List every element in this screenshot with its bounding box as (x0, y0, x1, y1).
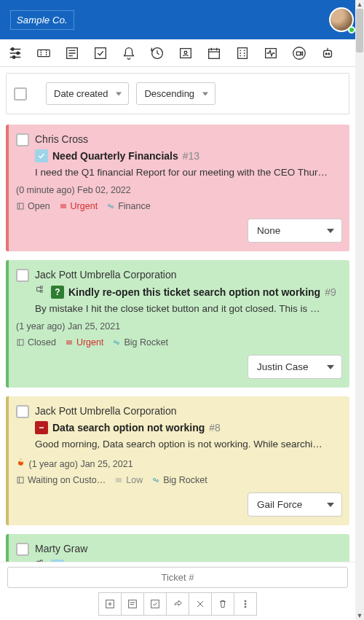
check-icon[interactable] (91, 44, 110, 63)
close-icon[interactable] (189, 592, 212, 616)
sort-controls: Date created Descending (6, 73, 349, 114)
ticket-card[interactable]: Marty GrawShipping Accounts#7Please add … (6, 534, 349, 562)
sort-direction-select[interactable]: Descending (136, 82, 215, 105)
ticket-age: (0 minute ago) (16, 185, 75, 195)
svg-rect-10 (238, 47, 248, 58)
ticket-reporter: Jack Pott Umbrella Corporation (35, 405, 342, 417)
ticket-number: #13 (183, 150, 199, 162)
history-icon[interactable] (148, 44, 167, 63)
footer-bar (0, 562, 355, 620)
ticket-checkbox[interactable] (16, 133, 29, 146)
sort-field-select[interactable]: Date created (46, 82, 129, 105)
scroll-down-arrow[interactable]: ▼ (355, 611, 364, 620)
calendar-icon[interactable] (205, 44, 223, 63)
svg-rect-22 (17, 340, 23, 345)
ticket-icon[interactable] (34, 44, 53, 63)
ticket-number: #9 (325, 286, 336, 298)
svg-rect-9 (209, 49, 220, 58)
nav-icon-bar (0, 39, 364, 67)
svg-rect-21 (40, 290, 42, 292)
ticket-subject: Kindly re-open this ticket search option… (68, 286, 320, 298)
select-all-checkbox[interactable] (14, 87, 27, 101)
svg-rect-7 (181, 48, 191, 58)
add-icon[interactable] (98, 592, 122, 616)
scroll-up-arrow[interactable]: ▲ (355, 0, 364, 9)
status-tag: Closed (16, 337, 56, 348)
ticket-date: Feb 02, 2022 (77, 185, 131, 195)
brand-logo: Sample Co. (10, 10, 74, 30)
ticket-checkbox[interactable] (16, 405, 29, 418)
ticket-list-scroll[interactable]: Date created Descending Chris CrossNeed … (0, 67, 355, 562)
vertical-scrollbar[interactable]: ▲ ▼ (355, 0, 364, 620)
ticket-checkbox[interactable] (16, 543, 29, 556)
user-avatar[interactable] (329, 7, 354, 32)
svg-point-8 (184, 51, 187, 54)
ticket-meta: (0 minute ago) Feb 02, 2022 (16, 185, 342, 195)
ticket-preview: By mistake I hit the close ticket button… (35, 303, 342, 314)
bot-icon[interactable] (318, 44, 337, 63)
ticket-date: Jan 25, 2021 (80, 459, 132, 469)
assignee-select[interactable]: None (248, 219, 342, 243)
ticket-age: (1 year ago) (28, 459, 77, 469)
ticket-age: (1 year ago) (16, 321, 65, 331)
team-tag: Finance (106, 201, 150, 211)
status-icon: ? (51, 286, 64, 299)
team-tag: Big Rocket (151, 475, 207, 485)
video-icon[interactable] (290, 44, 309, 63)
building-icon[interactable] (233, 44, 252, 63)
svg-point-34 (245, 603, 246, 605)
list-icon[interactable] (63, 44, 82, 63)
heartbeat-icon[interactable] (261, 44, 280, 63)
ticket-checkbox[interactable] (16, 269, 29, 282)
svg-point-2 (12, 55, 15, 58)
presence-dot (348, 26, 355, 34)
svg-rect-14 (324, 50, 332, 57)
ticket-tags: OpenUrgentFinance (16, 201, 342, 211)
ticket-meta: (1 year ago) Jan 25, 2021 (16, 457, 342, 469)
status-icon (35, 421, 48, 434)
ticket-number: #8 (209, 422, 221, 433)
svg-point-33 (245, 600, 246, 602)
approve-icon[interactable] (143, 592, 167, 616)
ticket-preview: Good morning, Data search option is not … (35, 439, 342, 450)
ticket-date: Jan 25, 2021 (68, 321, 120, 331)
svg-rect-3 (38, 50, 50, 56)
ticket-number-input[interactable] (7, 567, 348, 588)
svg-point-35 (245, 606, 246, 608)
svg-point-15 (325, 53, 327, 55)
svg-rect-5 (95, 47, 106, 58)
thread-icon (35, 285, 47, 299)
fire-icon (16, 459, 26, 469)
contact-icon[interactable] (176, 44, 195, 63)
priority-tag: Low (114, 475, 143, 485)
ticket-tags: ClosedUrgentBig Rocket (16, 337, 342, 348)
ticket-tags: Waiting on Custo…LowBig Rocket (16, 475, 342, 485)
svg-point-16 (328, 53, 330, 55)
ticket-meta: (1 year ago) Jan 25, 2021 (16, 321, 342, 331)
svg-rect-17 (17, 203, 23, 209)
forward-icon[interactable] (166, 592, 189, 616)
bell-icon[interactable] (119, 44, 138, 63)
more-icon[interactable] (234, 592, 257, 616)
priority-tag: Urgent (65, 337, 104, 348)
scroll-thumb[interactable] (356, 9, 363, 52)
top-bar: Sample Co. (0, 0, 364, 39)
status-tag: Open (16, 201, 50, 211)
svg-rect-32 (151, 600, 159, 608)
ticket-card[interactable]: Chris CrossNeed Quarterly Financials#13I… (6, 125, 349, 251)
status-icon (35, 149, 48, 162)
svg-point-12 (293, 47, 306, 59)
ticket-reporter: Marty Graw (35, 543, 342, 554)
note-icon[interactable] (121, 592, 144, 616)
team-tag: Big Rocket (112, 337, 167, 348)
ticket-card[interactable]: Jack Pott Umbrella Corporation?Kindly re… (6, 260, 349, 388)
sliders-icon[interactable] (6, 44, 25, 63)
svg-rect-20 (40, 286, 42, 289)
trash-icon[interactable] (211, 592, 234, 616)
priority-tag: Urgent (59, 201, 98, 211)
assignee-select[interactable]: Justin Case (248, 355, 342, 379)
ticket-card[interactable]: Jack Pott Umbrella CorporationData searc… (6, 396, 349, 525)
ticket-reporter: Chris Cross (35, 133, 342, 145)
assignee-select[interactable]: Gail Force (248, 493, 342, 517)
svg-rect-25 (17, 477, 23, 483)
